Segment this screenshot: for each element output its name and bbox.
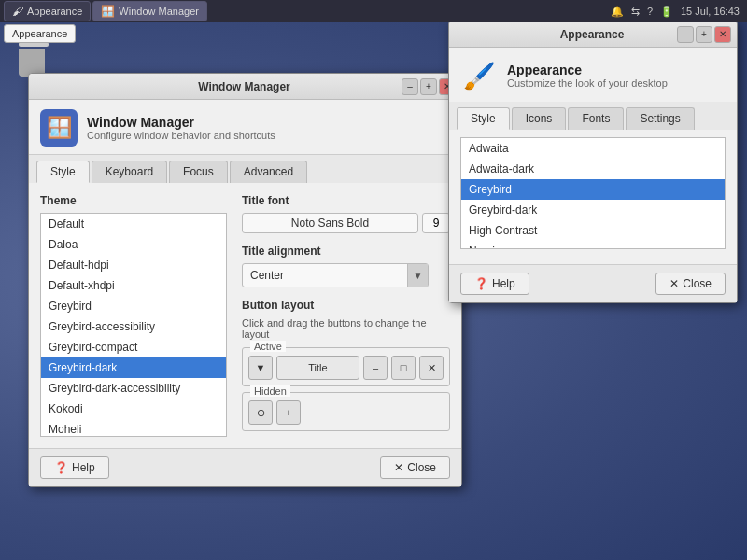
appearance-header-text: Appearance Customize the look of your de… bbox=[507, 63, 668, 89]
wm-active-section: Active ▼ Title – □ ✕ bbox=[242, 347, 450, 386]
wm-theme-label: Theme bbox=[40, 194, 227, 207]
appearance-tab-bar: Style Icons Fonts Settings bbox=[449, 102, 737, 130]
appearance-dialog-titlebar: Appearance – + ✕ bbox=[449, 21, 737, 48]
wm-icon: 🪟 bbox=[47, 116, 72, 140]
theme-item-greybird-compact[interactable]: Greybird-compact bbox=[41, 337, 226, 357]
wm-header-text: Window Manager Configure window behavior… bbox=[87, 115, 275, 141]
appearance-close-btn[interactable]: ✕ bbox=[714, 26, 731, 43]
appearance-theme-numix[interactable]: Numix bbox=[461, 241, 725, 249]
appearance-help-btn[interactable]: ❓ Help bbox=[460, 273, 529, 295]
wm-active-buttons: ▼ Title – □ ✕ bbox=[248, 356, 444, 380]
appearance-close-icon: ✕ bbox=[669, 277, 679, 290]
wm-minimize-btn[interactable]: – bbox=[402, 78, 418, 95]
theme-item-kokodi[interactable]: Kokodi bbox=[41, 399, 226, 419]
wm-btn-minimize[interactable]: – bbox=[363, 356, 388, 380]
wm-right-col: Title font Noto Sans Bold 9 Title alignm… bbox=[242, 194, 450, 437]
wm-hidden-label: Hidden bbox=[250, 385, 290, 397]
wm-alignment-value: Center bbox=[243, 269, 407, 282]
wm-hidden-btn-2[interactable]: + bbox=[276, 400, 301, 425]
taskbar-right: 🔔 ⇆ ? 🔋 15 Jul, 16:43 bbox=[611, 6, 747, 18]
wm-header-title: Window Manager bbox=[87, 115, 275, 130]
wm-btn-maximize[interactable]: □ bbox=[391, 356, 416, 380]
theme-item-daloa[interactable]: Daloa bbox=[41, 234, 226, 255]
wm-font-label: Title font bbox=[242, 194, 450, 207]
wm-tab-advanced[interactable]: Advanced bbox=[230, 161, 307, 183]
appearance-help-icon: ❓ bbox=[474, 277, 488, 290]
wm-taskbar-icon: 🪟 bbox=[101, 5, 115, 18]
bell-icon[interactable]: 🔔 bbox=[611, 6, 624, 18]
appearance-tab-fonts[interactable]: Fonts bbox=[568, 107, 624, 130]
appearance-theme-high-contrast[interactable]: High Contrast bbox=[461, 220, 725, 241]
appearance-dialog-footer: ❓ Help ✕ Close bbox=[449, 264, 737, 302]
wm-btn-close[interactable]: ✕ bbox=[419, 356, 444, 380]
wm-alignment-row: Center ▼ bbox=[242, 263, 450, 287]
trash-icon bbox=[19, 37, 49, 77]
appearance-header: 🖌️ Appearance Customize the look of your… bbox=[449, 48, 737, 102]
appearance-maximize-btn[interactable]: + bbox=[696, 26, 712, 43]
wm-font-display[interactable]: Noto Sans Bold bbox=[242, 213, 418, 233]
wm-alignment-select[interactable]: Center ▼ bbox=[242, 263, 429, 287]
appearance-header-subtitle: Customize the look of your desktop bbox=[507, 77, 668, 89]
wm-header-icon: 🪟 bbox=[40, 109, 78, 147]
appearance-minimize-btn[interactable]: – bbox=[677, 26, 694, 43]
appearance-tab-icons[interactable]: Icons bbox=[512, 107, 567, 130]
theme-item-greybird-accessibility[interactable]: Greybird-accessibility bbox=[41, 316, 226, 337]
appearance-theme-adwaita[interactable]: Adwaita bbox=[461, 138, 725, 159]
wm-tab-focus[interactable]: Focus bbox=[169, 161, 228, 183]
wm-theme-list[interactable]: Default Daloa Default-hdpi Default-xhdpi… bbox=[40, 213, 227, 437]
theme-item-moheli[interactable]: Moheli bbox=[41, 419, 226, 437]
wm-maximize-btn[interactable]: + bbox=[420, 78, 437, 95]
wm-dialog-footer: ❓ Help ✕ Close bbox=[29, 448, 461, 486]
appearance-close-footer-btn[interactable]: ✕ Close bbox=[655, 273, 726, 295]
wm-theme-col: Theme Default Daloa Default-hdpi Default… bbox=[40, 194, 227, 437]
appearance-body: Adwaita Adwaita-dark Greybird Greybird-d… bbox=[449, 130, 737, 257]
appearance-tab-settings[interactable]: Settings bbox=[626, 107, 694, 130]
wm-alignment-label: Title alignment bbox=[242, 245, 450, 258]
appearance-tooltip: Appearance bbox=[4, 24, 76, 43]
wm-btn-title[interactable]: Title bbox=[276, 356, 359, 380]
wm-font-row: Noto Sans Bold 9 bbox=[242, 213, 450, 233]
wm-btn-layout-label: Button layout bbox=[242, 299, 450, 312]
theme-item-greybird[interactable]: Greybird bbox=[41, 296, 226, 316]
taskbar-wm-btn[interactable]: 🪟 Window Manager bbox=[92, 1, 207, 21]
theme-item-default-hdpi[interactable]: Default-hdpi bbox=[41, 255, 226, 275]
taskbar-appearance-btn[interactable]: 🖌 Appearance bbox=[4, 1, 91, 21]
wm-help-btn[interactable]: ❓ Help bbox=[40, 456, 109, 479]
wm-tab-keyboard[interactable]: Keyboard bbox=[92, 161, 167, 183]
theme-item-default[interactable]: Default bbox=[41, 214, 226, 234]
taskbar: 🖌 Appearance 🪟 Window Manager 🔔 ⇆ ? 🔋 15… bbox=[0, 0, 747, 22]
appearance-header-icon: 🖌️ bbox=[460, 57, 498, 94]
appearance-dialog-title: Appearance bbox=[507, 28, 677, 41]
appearance-dialog: Appearance – + ✕ 🖌️ Appearance Customize… bbox=[448, 21, 738, 303]
wm-dialog: Window Manager – + ✕ 🪟 Window Manager Co… bbox=[28, 73, 462, 487]
theme-item-greybird-dark[interactable]: Greybird-dark bbox=[41, 357, 226, 378]
pencil-icon: 🖌️ bbox=[463, 61, 496, 91]
appearance-theme-greybird-dark[interactable]: Greybird-dark bbox=[461, 200, 725, 220]
question-icon: ? bbox=[647, 6, 653, 17]
appearance-header-title: Appearance bbox=[507, 63, 668, 77]
desktop-trash-icon[interactable] bbox=[19, 37, 49, 77]
help-icon: ❓ bbox=[54, 461, 68, 474]
appearance-tab-style[interactable]: Style bbox=[457, 107, 510, 130]
wm-hidden-btn-1[interactable]: ⊙ bbox=[248, 400, 273, 425]
theme-item-default-xhdpi[interactable]: Default-xhdpi bbox=[41, 275, 226, 296]
wm-close-btn[interactable]: ✕ Close bbox=[380, 456, 450, 479]
wm-active-label: Active bbox=[250, 341, 286, 352]
wm-dialog-title: Window Manager bbox=[87, 80, 402, 93]
wm-btn-dropdown[interactable]: ▼ bbox=[248, 356, 273, 380]
wm-dialog-titlebar: Window Manager – + ✕ bbox=[29, 74, 461, 100]
appearance-theme-list[interactable]: Adwaita Adwaita-dark Greybird Greybird-d… bbox=[460, 137, 726, 249]
wm-font-size[interactable]: 9 bbox=[422, 213, 450, 233]
wm-hidden-buttons: ⊙ + bbox=[248, 400, 444, 425]
appearance-theme-greybird[interactable]: Greybird bbox=[461, 179, 725, 200]
time-display: 15 Jul, 16:43 bbox=[681, 6, 740, 17]
appearance-taskbar-icon: 🖌 bbox=[12, 5, 23, 18]
wm-alignment-arrow[interactable]: ▼ bbox=[407, 264, 428, 287]
wm-dialog-body: Theme Default Daloa Default-hdpi Default… bbox=[29, 183, 461, 448]
wm-tab-style[interactable]: Style bbox=[36, 161, 90, 183]
wm-two-col: Theme Default Daloa Default-hdpi Default… bbox=[40, 194, 450, 437]
appearance-theme-adwaita-dark[interactable]: Adwaita-dark bbox=[461, 159, 725, 179]
wm-taskbar-label: Window Manager bbox=[119, 6, 199, 17]
theme-item-greybird-dark-accessibility[interactable]: Greybird-dark-accessibility bbox=[41, 378, 226, 399]
taskbar-left: 🖌 Appearance 🪟 Window Manager bbox=[0, 1, 207, 21]
